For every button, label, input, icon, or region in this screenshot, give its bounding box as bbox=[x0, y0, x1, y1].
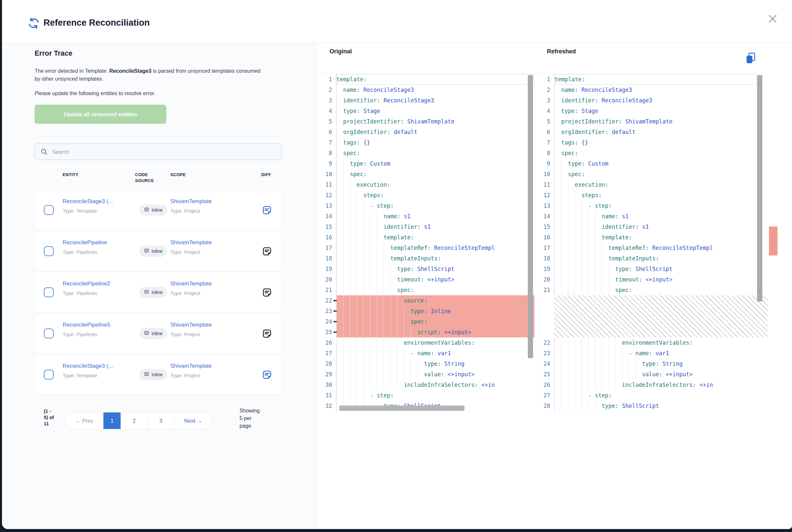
line-number: 23 bbox=[535, 348, 554, 359]
table-row[interactable]: ReconcilePipeline5Type: PipelinesInlineS… bbox=[35, 315, 282, 353]
yaml-key: projectIdentifier: bbox=[561, 118, 622, 125]
yaml-value: s1 bbox=[639, 224, 649, 230]
diff-icon[interactable] bbox=[262, 205, 272, 215]
scope-link[interactable]: ShivamTemplate bbox=[170, 281, 212, 287]
yaml-key: spec: bbox=[397, 287, 414, 293]
yaml-key: step: bbox=[377, 203, 394, 209]
table-row[interactable]: ReconcilePipelineType: PipelinesInlineSh… bbox=[35, 232, 282, 271]
original-horizontal-scrollbar[interactable] bbox=[339, 405, 464, 411]
line-number: 9 bbox=[317, 158, 336, 169]
entity-link[interactable]: ReconcilePipeline bbox=[62, 239, 107, 246]
yaml-key: type: bbox=[642, 360, 659, 367]
line-number: 28 bbox=[535, 401, 554, 411]
line-number: 5 bbox=[317, 116, 336, 127]
section-divider bbox=[35, 136, 282, 136]
page-button-2[interactable]: 2 bbox=[121, 413, 147, 429]
line-content: template: bbox=[336, 74, 534, 84]
entity-link[interactable]: ReconcilePipeline2 bbox=[62, 281, 110, 287]
original-vertical-scrollbar[interactable] bbox=[528, 75, 533, 358]
diff-icon[interactable] bbox=[262, 370, 272, 380]
diff-icon[interactable] bbox=[262, 287, 272, 298]
yaml-line: 11execution: bbox=[317, 179, 534, 190]
refreshed-vertical-scrollbar[interactable] bbox=[757, 75, 762, 302]
scope-link[interactable]: ShivamTemplate bbox=[170, 198, 212, 205]
column-header-code-source: CODE SOURCE bbox=[135, 172, 162, 184]
page-button-3[interactable]: 3 bbox=[147, 413, 174, 429]
close-icon[interactable] bbox=[768, 14, 777, 24]
row-checkbox[interactable] bbox=[44, 246, 54, 256]
search-input[interactable] bbox=[51, 149, 281, 155]
yaml-line: 16template: bbox=[317, 232, 534, 243]
entity-link[interactable]: ReconcileStage3 (... bbox=[62, 363, 113, 369]
table-row[interactable]: ReconcileStage3 (...Type: TemplateInline… bbox=[35, 356, 282, 394]
yaml-line: 19type: ShellScript bbox=[317, 264, 534, 274]
yaml-key: spec: bbox=[410, 318, 427, 325]
line-number: 1 bbox=[535, 74, 554, 84]
yaml-line: 24type: String bbox=[535, 359, 756, 369]
line-number: 10 bbox=[535, 169, 554, 179]
diff-icon[interactable] bbox=[262, 246, 272, 256]
line-content: includeInfraSelectors: <+in bbox=[554, 380, 756, 390]
yaml-key: type: bbox=[343, 108, 360, 114]
scope-link[interactable]: ShivamTemplate bbox=[170, 363, 212, 369]
page-button-1[interactable]: 1 bbox=[103, 413, 121, 429]
scope-link[interactable]: ShivamTemplate bbox=[170, 239, 212, 246]
yaml-key: type: bbox=[561, 108, 578, 114]
entity-link[interactable]: ReconcilePipeline5 bbox=[62, 322, 110, 328]
scope-link[interactable]: ShivamTemplate bbox=[170, 322, 212, 328]
line-content: type: Custom bbox=[336, 158, 534, 169]
update-all-unsynced-entities-button[interactable]: Update all unsynced entities bbox=[35, 105, 166, 124]
yaml-value: ShellScript bbox=[619, 403, 659, 409]
yaml-key: name: bbox=[561, 87, 578, 93]
table-row[interactable]: ReconcilePipeline2Type: PipelinesInlineS… bbox=[35, 273, 282, 312]
header-divider bbox=[2, 43, 792, 43]
yaml-value: ReconcileStepTempl bbox=[431, 245, 495, 251]
row-checkbox[interactable] bbox=[44, 287, 54, 297]
entity-type: Type: Pipelines bbox=[62, 249, 97, 255]
yaml-line: 4type: Stage bbox=[535, 106, 756, 116]
yaml-key: includeInfraSelectors: bbox=[404, 382, 478, 388]
line-content: timeout: <+input> bbox=[554, 274, 756, 285]
line-number: 30 bbox=[317, 380, 336, 390]
prev-page-button[interactable]: ← Prev bbox=[65, 413, 103, 429]
row-checkbox[interactable] bbox=[44, 328, 54, 338]
yaml-key: orgIdentifier: bbox=[343, 129, 390, 135]
line-content: spec: bbox=[554, 148, 756, 158]
row-checkbox[interactable] bbox=[44, 370, 54, 380]
pagination-range-line3: 11 bbox=[44, 421, 54, 427]
scope-type: Type: Project bbox=[170, 331, 200, 338]
line-content: environmentVariables: bbox=[336, 338, 534, 348]
line-content: script: <+input> bbox=[336, 327, 534, 338]
scope-type: Type: Project bbox=[170, 290, 200, 296]
table-row[interactable]: ReconcileStage3 (...Type: TemplateInline… bbox=[35, 191, 282, 230]
diff-icon[interactable] bbox=[262, 328, 272, 339]
yaml-line: 28type: String bbox=[317, 359, 534, 369]
yaml-key: templateRef: bbox=[608, 245, 649, 251]
yaml-key: template: bbox=[602, 234, 632, 241]
column-header-scope: SCOPE bbox=[170, 172, 186, 178]
line-number: 7 bbox=[317, 137, 336, 148]
showing-line3: page bbox=[240, 422, 279, 430]
line-number: 27 bbox=[317, 348, 336, 359]
copy-icon[interactable] bbox=[745, 52, 756, 64]
line-content: orgIdentifier: default bbox=[554, 127, 756, 137]
original-panel-title: Original bbox=[329, 48, 352, 55]
line-content: templateRef: ReconcileStepTempl bbox=[336, 243, 534, 253]
line-number: 13 bbox=[317, 201, 336, 211]
refreshed-panel-title: Refreshed bbox=[547, 48, 576, 55]
yaml-line: 10spec: bbox=[535, 169, 756, 179]
line-number: 5 bbox=[535, 116, 554, 127]
row-checkbox[interactable] bbox=[44, 205, 54, 215]
line-number: 13 bbox=[535, 201, 554, 211]
yaml-value: Custom bbox=[585, 160, 608, 167]
yaml-line: 14name: s1 bbox=[317, 211, 534, 222]
yaml-dash: - bbox=[410, 350, 417, 357]
yaml-value: ShivamTemplate bbox=[622, 118, 673, 125]
entity-link[interactable]: ReconcileStage3 (... bbox=[62, 198, 113, 205]
code-source-badge: Inline bbox=[140, 328, 167, 339]
next-page-button[interactable]: Next → bbox=[174, 413, 212, 429]
yaml-value: default bbox=[390, 129, 418, 135]
showing-line1: Showing bbox=[240, 407, 279, 415]
yaml-value: ReconcileStage3 bbox=[380, 97, 434, 104]
error-trace-instruction: Please update the following entities to … bbox=[35, 90, 265, 97]
